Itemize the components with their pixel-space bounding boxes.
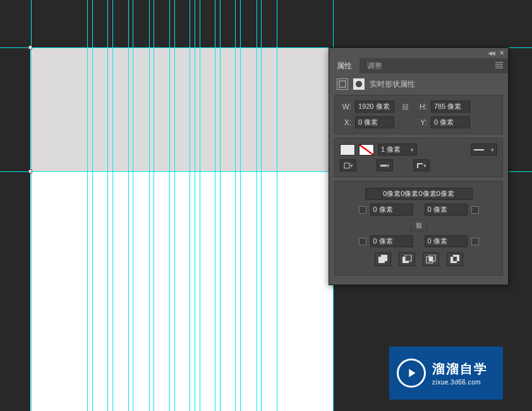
stroke-width-dropdown[interactable]: 1 像素 — [378, 144, 417, 156]
x-label: X: — [340, 118, 351, 127]
width-input[interactable] — [355, 101, 394, 113]
corner-tr-input[interactable] — [425, 204, 468, 216]
svg-rect-12 — [453, 257, 457, 261]
svg-rect-4 — [381, 255, 387, 261]
corner-bl-lock[interactable] — [359, 238, 366, 245]
guide-vertical[interactable] — [128, 0, 129, 411]
svg-rect-1 — [344, 163, 349, 168]
panel-menu-icon[interactable] — [495, 62, 503, 68]
watermark-logo-icon — [397, 359, 426, 388]
guide-vertical[interactable] — [190, 0, 190, 411]
y-label: Y: — [416, 118, 427, 127]
svg-rect-9 — [429, 257, 433, 261]
white-artboard[interactable] — [30, 172, 334, 411]
height-input[interactable] — [431, 101, 470, 113]
guide-vertical[interactable] — [235, 0, 236, 411]
guide-vertical[interactable] — [215, 0, 215, 411]
watermark-badge: 溜溜自学 zixue.3d66.com — [389, 347, 503, 400]
corner-tl-lock[interactable] — [359, 206, 366, 214]
guide-vertical[interactable] — [133, 0, 133, 411]
watermark-subtitle: zixue.3d66.com — [432, 379, 488, 386]
guide-vertical[interactable] — [261, 0, 262, 411]
guide-vertical[interactable] — [149, 0, 150, 411]
transform-handle[interactable] — [28, 169, 32, 173]
guide-vertical[interactable] — [112, 0, 113, 411]
guide-vertical[interactable] — [195, 0, 195, 411]
fill-swatch[interactable] — [340, 144, 355, 156]
grey-rectangle-shape[interactable] — [30, 47, 334, 172]
path-op-subtract-icon[interactable] — [399, 252, 415, 266]
stroke-caps-dropdown[interactable] — [377, 159, 393, 171]
path-op-exclude-icon[interactable] — [447, 252, 463, 266]
mask-icon[interactable] — [353, 78, 365, 90]
close-icon[interactable]: ✕ — [499, 49, 504, 56]
corner-br-input[interactable] — [425, 235, 468, 247]
spacer — [398, 117, 412, 128]
height-label: H: — [416, 102, 427, 111]
guide-vertical[interactable] — [277, 0, 277, 411]
properties-panel: ◀◀ ✕ 属性 调整 实时形状属性 W: ⛓ H: X: — [329, 47, 509, 285]
corner-summary-input[interactable] — [365, 188, 473, 200]
guide-vertical[interactable] — [220, 0, 221, 411]
transform-handle[interactable] — [28, 46, 32, 49]
svg-rect-6 — [405, 255, 411, 261]
guide-vertical[interactable] — [200, 0, 200, 411]
path-op-intersect-icon[interactable] — [423, 252, 439, 266]
panel-tabs: 属性 调整 — [329, 58, 508, 73]
shape-type-icon — [337, 78, 348, 90]
width-label: W: — [340, 102, 351, 111]
path-op-unite-icon[interactable] — [375, 252, 391, 266]
stroke-corners-dropdown[interactable] — [413, 159, 430, 171]
collapse-icon[interactable]: ◀◀ — [488, 50, 494, 56]
guide-vertical[interactable] — [174, 0, 175, 411]
corner-tl-input[interactable] — [370, 204, 413, 216]
watermark-title: 溜溜自学 — [432, 360, 488, 377]
corner-tr-lock[interactable] — [471, 206, 479, 214]
svg-rect-0 — [339, 81, 346, 87]
tab-adjustments[interactable]: 调整 — [360, 58, 390, 73]
guide-vertical[interactable] — [107, 0, 108, 411]
guide-vertical[interactable] — [92, 0, 93, 411]
corner-link-icon[interactable]: ⛓ — [411, 219, 427, 231]
guide-vertical[interactable] — [154, 0, 154, 411]
stroke-align-dropdown[interactable] — [340, 159, 356, 171]
guide-vertical[interactable] — [240, 0, 241, 411]
tab-properties[interactable]: 属性 — [329, 58, 360, 73]
panel-titlebar[interactable]: ◀◀ ✕ — [329, 48, 508, 58]
guide-vertical[interactable] — [169, 0, 170, 411]
guide-vertical[interactable] — [257, 0, 257, 411]
link-wh-icon[interactable]: ⛓ — [398, 101, 412, 113]
guide-vertical[interactable] — [87, 0, 88, 411]
shape-title: 实时形状属性 — [370, 79, 415, 90]
guide-vertical[interactable] — [31, 0, 32, 411]
x-input[interactable] — [355, 116, 394, 128]
stroke-style-dropdown[interactable] — [471, 144, 497, 156]
stroke-swatch[interactable] — [359, 144, 374, 156]
y-input[interactable] — [431, 116, 470, 128]
corner-br-lock[interactable] — [471, 238, 479, 245]
corner-bl-input[interactable] — [370, 235, 413, 247]
